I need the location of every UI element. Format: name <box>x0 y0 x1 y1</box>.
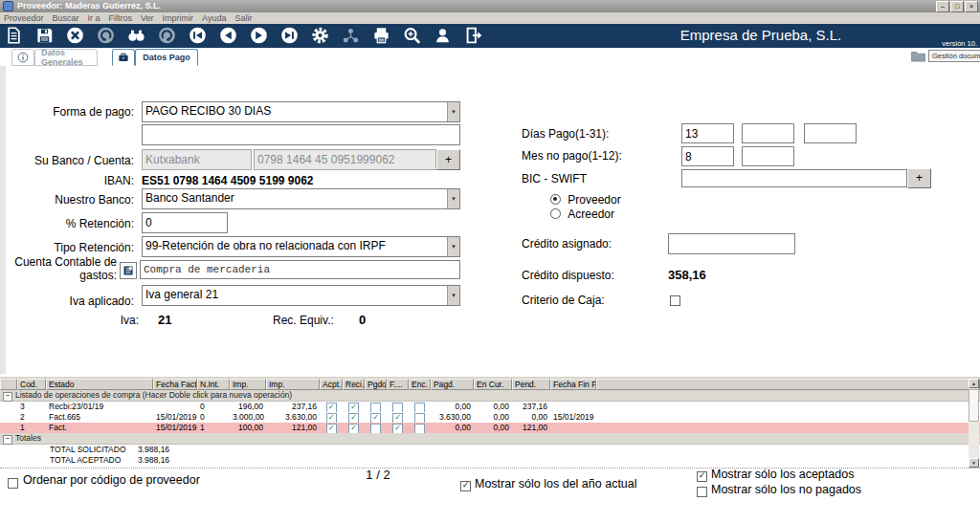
menu-item-filtros[interactable]: Filtros <box>109 13 133 23</box>
grid-checkbox[interactable] <box>414 413 425 423</box>
bic-swift-input[interactable] <box>681 169 907 187</box>
undo-icon[interactable] <box>97 26 115 45</box>
grid-checkbox[interactable]: ✓ <box>348 413 359 423</box>
zoom-icon[interactable] <box>403 26 421 45</box>
add-bic-button[interactable]: + <box>907 168 931 188</box>
nuestro-banco-select[interactable]: Banco Santander ▼ <box>142 188 460 209</box>
tab-datos-pago-icon[interactable] <box>112 49 135 66</box>
cuenta-contable-input[interactable] <box>140 260 460 279</box>
grid-totals-group-row[interactable]: −Totales <box>0 433 980 445</box>
grid-checkbox[interactable]: ✓ <box>348 403 359 412</box>
mostrar-aceptados-checkbox[interactable] <box>697 471 707 482</box>
save-icon[interactable] <box>35 26 54 45</box>
table-row[interactable]: 3Recbi:23/01/190196,00237,16✓✓0,000,0023… <box>0 402 980 412</box>
search-binoculars-icon[interactable] <box>127 26 145 45</box>
grid-checkbox[interactable] <box>370 403 381 412</box>
collapse-icon[interactable]: − <box>3 392 12 402</box>
grid-checkbox[interactable]: ✓ <box>326 424 337 433</box>
ordenar-checkbox[interactable] <box>8 478 18 489</box>
next-record-icon[interactable] <box>250 26 268 45</box>
forma-de-pago-select[interactable]: PAGO RECIBO 30 DIAS ▼ <box>142 101 460 122</box>
collapse-icon[interactable]: − <box>3 435 12 445</box>
radio-acreedor[interactable]: Acreedor <box>550 207 614 221</box>
dias-pago-input-1[interactable] <box>681 123 734 143</box>
credito-asignado-input[interactable] <box>668 233 795 254</box>
grid-checkbox[interactable]: ✓ <box>326 413 337 423</box>
delete-icon[interactable] <box>66 26 84 45</box>
grid-checkbox[interactable]: ✓ <box>392 424 403 433</box>
scrollbar-thumb[interactable] <box>969 389 979 422</box>
scroll-down-icon[interactable]: ▼ <box>969 458 979 468</box>
grid-header-imp-[interactable]: Imp. <box>230 379 266 390</box>
grid-checkbox[interactable] <box>414 403 425 412</box>
cuenta-contable-lookup-button[interactable] <box>120 262 137 279</box>
menu-item-imprimir[interactable]: Imprimir <box>163 13 194 23</box>
grid-checkbox[interactable] <box>392 403 403 412</box>
last-record-icon[interactable] <box>280 26 299 45</box>
mostrar-no-pagados-checkbox[interactable] <box>697 487 707 497</box>
grid-header-pend-[interactable]: Pend. <box>512 379 550 390</box>
table-row[interactable]: 1Fact.15/01/20191100,00121,00✓✓✓0,000,00… <box>0 423 980 433</box>
chevron-down-icon[interactable]: ▼ <box>447 286 459 305</box>
tab-datos-generales[interactable]: Datos Generales <box>34 49 98 66</box>
menu-item-ayuda[interactable]: Ayuda <box>202 13 226 23</box>
tab-datos-pago[interactable]: Datos Pago <box>135 49 198 66</box>
chevron-down-icon[interactable]: ▼ <box>447 102 459 121</box>
grid-header-pgdo-[interactable]: Pgdo. <box>365 379 387 390</box>
print-icon[interactable] <box>372 26 390 45</box>
grid-checkbox[interactable]: ✓ <box>348 424 359 433</box>
settings-gear-icon[interactable] <box>311 26 329 45</box>
mes-no-pago-input-1[interactable] <box>681 146 734 166</box>
grid-header-en-cur-[interactable]: En Cur. <box>474 379 512 390</box>
menu-item-ir-a[interactable]: Ir a <box>88 13 100 23</box>
grid-header-blank-16[interactable] <box>596 379 980 390</box>
grid-header-imp-[interactable]: Imp. <box>266 379 320 390</box>
grid-group-row[interactable]: −Listado de operaciones de compra (Hacer… <box>0 390 980 402</box>
radio-icon[interactable] <box>550 208 561 219</box>
radio-icon[interactable] <box>550 194 561 205</box>
new-record-icon[interactable] <box>5 26 23 45</box>
redo-icon[interactable] <box>158 26 176 45</box>
menu-item-proveedor[interactable]: Proveedor <box>4 13 44 23</box>
grid-header-fecha-fact-[interactable]: Fecha Fact. <box>153 379 197 390</box>
first-record-icon[interactable] <box>189 26 207 45</box>
grid-header-f-[interactable]: F.... <box>387 379 409 390</box>
grid-header-enc-[interactable]: Enc. <box>409 379 431 390</box>
menu-item-salir[interactable]: Salir <box>234 13 252 23</box>
close-button[interactable]: × <box>965 1 978 12</box>
grid-header-estado[interactable]: Estado <box>46 379 153 390</box>
retencion-pct-input[interactable] <box>142 212 228 233</box>
menu-item-buscar[interactable]: Buscar <box>53 13 79 23</box>
criterio-caja-checkbox[interactable] <box>670 295 680 306</box>
minimize-button[interactable]: – <box>936 1 949 12</box>
mes-no-pago-input-2[interactable] <box>742 146 794 166</box>
dias-pago-input-2[interactable] <box>742 123 794 143</box>
title-bar[interactable]: Proveedor: Maderas Gutierrez, S.L. –□× <box>0 0 980 12</box>
radio-proveedor[interactable]: Proveedor <box>550 193 621 207</box>
exit-icon[interactable] <box>464 26 482 45</box>
restore-button[interactable]: □ <box>950 1 964 12</box>
table-row[interactable]: 2Fact.66515/01/201903.000,003.630,00✓✓✓✓… <box>0 412 980 423</box>
gestion-documental-button[interactable]: Gestión documental <box>928 50 980 62</box>
chevron-down-icon[interactable]: ▼ <box>447 237 459 256</box>
chevron-down-icon[interactable]: ▼ <box>447 189 459 208</box>
grid-header-cod-[interactable]: Cod. <box>17 379 46 390</box>
grid-checkbox[interactable] <box>370 424 381 433</box>
forma-de-pago-extra-input[interactable] <box>142 124 460 145</box>
menu-item-ver[interactable]: Ver <box>141 13 154 23</box>
grid-checkbox[interactable]: ✓ <box>370 413 381 423</box>
previous-record-icon[interactable] <box>219 26 237 45</box>
add-bank-button[interactable]: + <box>436 149 460 170</box>
grid-header-fecha-fin-pago[interactable]: Fecha Fin Pago <box>550 379 596 390</box>
user-icon[interactable] <box>434 26 452 45</box>
mostrar-anio-checkbox[interactable] <box>460 481 471 491</box>
grid-checkbox[interactable] <box>414 424 425 433</box>
grid-header-pagd-[interactable]: Pagd. <box>431 379 474 390</box>
grid-header-n-int-[interactable]: N.Int. <box>197 379 230 390</box>
grid-checkbox[interactable]: ✓ <box>326 403 337 412</box>
grid-vertical-scrollbar[interactable]: ▲ ▼ <box>969 379 979 468</box>
grid-checkbox[interactable]: ✓ <box>392 413 403 423</box>
tab-datos-generales-icon[interactable] <box>11 49 34 66</box>
workflow-icon[interactable] <box>342 26 360 45</box>
tipo-retencion-select[interactable]: 99-Retención de obra no relacionada con … <box>142 236 460 257</box>
